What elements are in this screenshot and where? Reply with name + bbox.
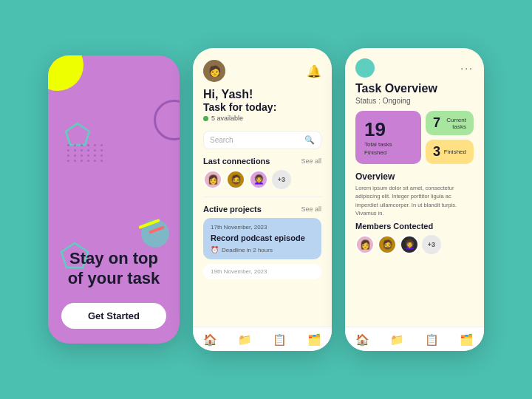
nav-task-icon[interactable]: 📋 — [273, 333, 287, 347]
nav3-folder-icon[interactable]: 📁 — [390, 333, 404, 347]
phone3-header: ··· — [345, 48, 484, 82]
stat-right-col: 7 Current tasks 3 Finished — [426, 111, 474, 164]
nav3-calendar-icon[interactable]: 🗂️ — [460, 333, 474, 347]
teal-circle-icon — [355, 58, 375, 78]
search-bar[interactable]: Search 🔍 — [203, 131, 321, 149]
projects-title: Active projects — [203, 205, 262, 214]
phone1-tagline: Stay on top of your task — [61, 249, 166, 288]
members-title: Members Contected — [355, 222, 474, 231]
bottom-nav: 🏠 📁 📋 🗂️ — [193, 327, 332, 351]
member-avatar-3: 👩‍🦱 — [400, 235, 419, 254]
deco-yellow-circle — [48, 55, 83, 91]
connection-avatar-2: 🧔 — [226, 170, 245, 189]
phone2-header: 🧑 🔔 — [193, 48, 332, 88]
get-started-button[interactable]: Get Started — [61, 303, 166, 329]
task-label: Task for today: — [203, 101, 321, 113]
phone3-bottom-nav: 🏠 📁 📋 🗂️ — [345, 327, 484, 351]
nav-calendar-icon[interactable]: 🗂️ — [307, 333, 321, 347]
member-avatar-1: 👩 — [355, 235, 375, 254]
finished-label: Finished — [444, 149, 466, 155]
bell-icon[interactable]: 🔔 — [307, 64, 321, 78]
current-tasks-label: Current tasks — [440, 117, 466, 130]
nav3-task-icon[interactable]: 📋 — [425, 333, 439, 347]
search-placeholder: Search — [210, 136, 233, 144]
project1-deadline: ⏰ Deadline in 2 hours — [211, 246, 314, 253]
stats-row: 19 Total tasks Finished 7 Current tasks … — [345, 111, 484, 171]
dots-decoration — [67, 144, 104, 162]
phone-1: Stay on top of your task Get Started — [48, 55, 180, 344]
greeting-area: Hi, Yash! Task for today: 5 available — [193, 88, 332, 131]
svg-marker-0 — [66, 123, 89, 145]
connection-avatar-1: 👩 — [203, 170, 222, 189]
search-icon: 🔍 — [304, 135, 315, 145]
deco-purple-circle — [154, 100, 180, 140]
divider — [203, 197, 321, 197]
connection-avatar-3: 👩‍🦱 — [249, 170, 268, 189]
member-avatar-2: 🧔 — [378, 235, 397, 254]
total-tasks-label: Total tasks Finished — [364, 141, 412, 157]
status-text: Status : Ongoing — [345, 97, 484, 111]
project2-date: 19th November, 2023 — [211, 268, 314, 275]
current-tasks-number: 7 — [433, 115, 440, 131]
overview-section: Overview Lorem ipsum dolor sit amet, con… — [345, 171, 484, 222]
nav3-home-icon[interactable]: 🏠 — [355, 333, 369, 347]
projects-header: Active projects See all — [203, 205, 321, 218]
projects-see-all[interactable]: See all — [301, 205, 321, 213]
members-section: Members Contected 👩 🧔 👩‍🦱 +3 — [345, 222, 484, 254]
connections-title: Last connections — [203, 157, 270, 166]
overview-title: Overview — [355, 171, 474, 182]
overview-text: Lorem ipsum dolor sit amet, consectetur … — [355, 184, 474, 217]
connections-row: 👩 🧔 👩‍🦱 +3 — [193, 170, 332, 197]
project-card-2[interactable]: 19th November, 2023 — [203, 264, 321, 279]
task-overview-title: Task Overview — [345, 82, 484, 97]
connections-more: +3 — [272, 170, 291, 189]
total-tasks-number: 19 — [364, 118, 412, 141]
greeting-text: Hi, Yash! — [203, 88, 321, 101]
members-more: +3 — [422, 235, 441, 254]
user-avatar: 🧑 — [203, 60, 225, 82]
clock-icon: ⏰ — [211, 246, 219, 253]
members-row: 👩 🧔 👩‍🦱 +3 — [355, 235, 474, 254]
phone-2: 🧑 🔔 Hi, Yash! Task for today: 5 availabl… — [193, 48, 332, 351]
deco-pentagon-top — [64, 122, 91, 147]
project-card-1[interactable]: 17th November, 2023 Record podcast episo… — [203, 218, 321, 259]
connections-header: Last connections See all — [193, 157, 332, 170]
nav-folder-icon[interactable]: 📁 — [238, 333, 252, 347]
active-projects-section: Active projects See all 17th November, 2… — [193, 205, 332, 282]
current-tasks-stat: 7 Current tasks — [426, 111, 474, 135]
available-text: 5 available — [211, 115, 243, 122]
phone-3: ··· Task Overview Status : Ongoing 19 To… — [345, 48, 484, 351]
total-tasks-stat: 19 Total tasks Finished — [355, 111, 421, 164]
finished-number: 3 — [433, 144, 440, 160]
project1-name: Record podcast episode — [211, 233, 314, 242]
green-dot — [203, 116, 208, 121]
nav-home-icon[interactable]: 🏠 — [203, 333, 217, 347]
project1-date: 17th November, 2023 — [211, 224, 314, 231]
connections-see-all[interactable]: See all — [301, 157, 321, 165]
available-badge: 5 available — [203, 115, 321, 122]
more-options-icon[interactable]: ··· — [460, 62, 474, 74]
finished-stat: 3 Finished — [426, 140, 474, 164]
deadline-text: Deadline in 2 hours — [222, 247, 273, 253]
